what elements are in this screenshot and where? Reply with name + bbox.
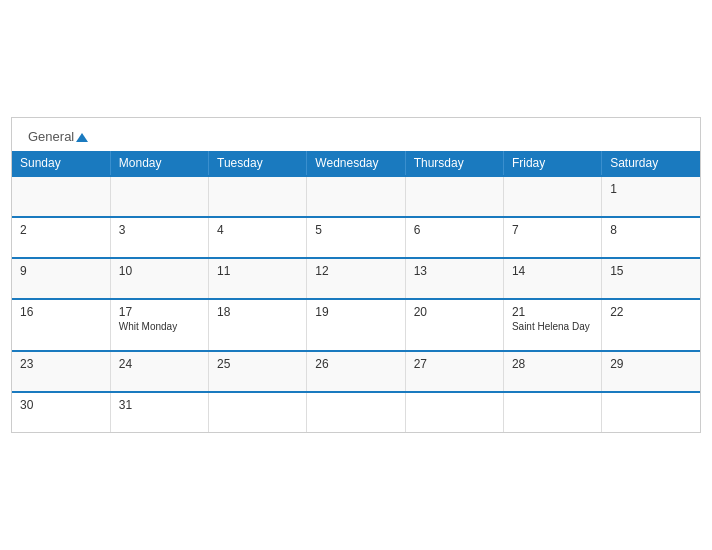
day-number: 13 — [414, 264, 495, 278]
day-number: 12 — [315, 264, 396, 278]
day-number: 1 — [610, 182, 692, 196]
day-number: 25 — [217, 357, 298, 371]
calendar-day-cell — [307, 392, 405, 432]
day-number: 28 — [512, 357, 593, 371]
calendar-day-cell — [503, 392, 601, 432]
day-number: 17 — [119, 305, 200, 319]
calendar-day-cell: 5 — [307, 217, 405, 258]
calendar-day-cell: 24 — [110, 351, 208, 392]
calendar-day-cell: 18 — [209, 299, 307, 351]
calendar-thead: SundayMondayTuesdayWednesdayThursdayFrid… — [12, 151, 700, 176]
calendar-day-cell: 14 — [503, 258, 601, 299]
calendar-day-cell: 2 — [12, 217, 110, 258]
calendar-week-row: 23242526272829 — [12, 351, 700, 392]
calendar-header: General — [12, 118, 700, 151]
calendar-day-cell: 29 — [602, 351, 700, 392]
day-number: 14 — [512, 264, 593, 278]
weekday-header-thursday: Thursday — [405, 151, 503, 176]
calendar-day-cell: 17Whit Monday — [110, 299, 208, 351]
calendar-day-cell: 20 — [405, 299, 503, 351]
calendar-day-cell: 7 — [503, 217, 601, 258]
calendar-day-cell: 13 — [405, 258, 503, 299]
day-number: 7 — [512, 223, 593, 237]
calendar-day-cell — [405, 176, 503, 217]
day-number: 21 — [512, 305, 593, 319]
day-number: 5 — [315, 223, 396, 237]
day-number: 24 — [119, 357, 200, 371]
logo: General — [28, 130, 88, 143]
day-number: 8 — [610, 223, 692, 237]
day-number: 27 — [414, 357, 495, 371]
calendar-day-cell: 22 — [602, 299, 700, 351]
calendar-day-cell: 3 — [110, 217, 208, 258]
weekday-header-friday: Friday — [503, 151, 601, 176]
calendar-day-cell — [602, 392, 700, 432]
day-number: 22 — [610, 305, 692, 319]
calendar-day-cell — [405, 392, 503, 432]
logo-general-text: General — [28, 130, 88, 143]
calendar-day-cell: 10 — [110, 258, 208, 299]
calendar-day-cell: 21Saint Helena Day — [503, 299, 601, 351]
calendar-day-cell: 12 — [307, 258, 405, 299]
weekday-header-wednesday: Wednesday — [307, 151, 405, 176]
calendar-day-cell: 15 — [602, 258, 700, 299]
day-number: 23 — [20, 357, 102, 371]
calendar-week-row: 9101112131415 — [12, 258, 700, 299]
day-number: 29 — [610, 357, 692, 371]
calendar-day-cell: 16 — [12, 299, 110, 351]
calendar-day-cell: 27 — [405, 351, 503, 392]
calendar-day-cell: 31 — [110, 392, 208, 432]
holiday-name: Whit Monday — [119, 321, 200, 332]
calendar-day-cell: 23 — [12, 351, 110, 392]
calendar-day-cell — [503, 176, 601, 217]
calendar-day-cell — [12, 176, 110, 217]
calendar: General SundayMondayTuesdayWednesdayThur… — [11, 117, 701, 433]
day-number: 4 — [217, 223, 298, 237]
calendar-day-cell — [209, 392, 307, 432]
day-number: 15 — [610, 264, 692, 278]
day-number: 20 — [414, 305, 495, 319]
day-number: 30 — [20, 398, 102, 412]
weekday-header-tuesday: Tuesday — [209, 151, 307, 176]
calendar-week-row: 3031 — [12, 392, 700, 432]
calendar-week-row: 1617Whit Monday18192021Saint Helena Day2… — [12, 299, 700, 351]
calendar-day-cell: 1 — [602, 176, 700, 217]
calendar-day-cell: 26 — [307, 351, 405, 392]
weekday-header-sunday: Sunday — [12, 151, 110, 176]
calendar-day-cell — [209, 176, 307, 217]
logo-triangle-icon — [76, 133, 88, 142]
day-number: 6 — [414, 223, 495, 237]
calendar-day-cell: 19 — [307, 299, 405, 351]
calendar-day-cell: 25 — [209, 351, 307, 392]
calendar-day-cell: 8 — [602, 217, 700, 258]
day-number: 19 — [315, 305, 396, 319]
calendar-tbody: 1234567891011121314151617Whit Monday1819… — [12, 176, 700, 432]
holiday-name: Saint Helena Day — [512, 321, 593, 332]
calendar-day-cell: 28 — [503, 351, 601, 392]
day-number: 10 — [119, 264, 200, 278]
calendar-table: SundayMondayTuesdayWednesdayThursdayFrid… — [12, 151, 700, 432]
weekday-header-saturday: Saturday — [602, 151, 700, 176]
calendar-week-row: 1 — [12, 176, 700, 217]
weekday-header-row: SundayMondayTuesdayWednesdayThursdayFrid… — [12, 151, 700, 176]
calendar-day-cell: 6 — [405, 217, 503, 258]
calendar-day-cell: 30 — [12, 392, 110, 432]
day-number: 16 — [20, 305, 102, 319]
day-number: 2 — [20, 223, 102, 237]
day-number: 31 — [119, 398, 200, 412]
day-number: 18 — [217, 305, 298, 319]
weekday-header-monday: Monday — [110, 151, 208, 176]
calendar-day-cell: 4 — [209, 217, 307, 258]
calendar-day-cell — [110, 176, 208, 217]
day-number: 11 — [217, 264, 298, 278]
calendar-day-cell: 11 — [209, 258, 307, 299]
calendar-week-row: 2345678 — [12, 217, 700, 258]
day-number: 9 — [20, 264, 102, 278]
calendar-day-cell — [307, 176, 405, 217]
calendar-day-cell: 9 — [12, 258, 110, 299]
day-number: 3 — [119, 223, 200, 237]
day-number: 26 — [315, 357, 396, 371]
